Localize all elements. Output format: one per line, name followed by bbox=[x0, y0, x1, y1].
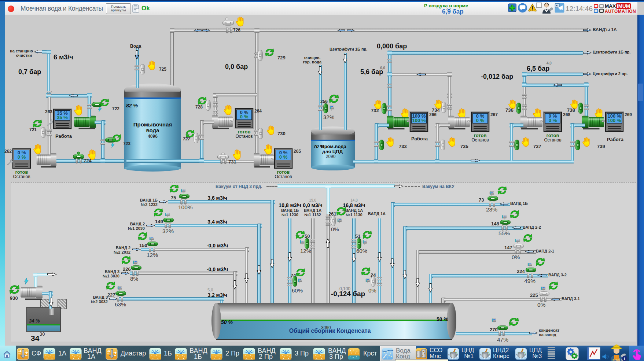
svg-text:prod: prod bbox=[612, 358, 620, 361]
